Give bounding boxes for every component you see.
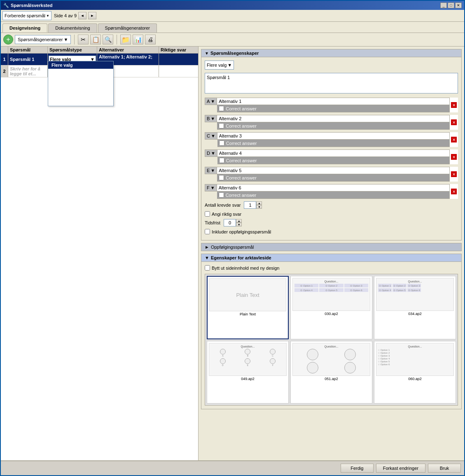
alt-a-arrow: ▼ [210, 99, 215, 104]
alt-f-text[interactable] [217, 184, 449, 191]
followup-checkbox[interactable] [205, 229, 210, 234]
row2-question[interactable]: Skriv her for å legge til et... [8, 65, 48, 77]
alt-f-delete[interactable]: ✕ [450, 184, 458, 199]
required-answers-spinner[interactable]: ▲ ▼ [244, 201, 262, 209]
time-limit-row: Tidsfrist ▲ ▼ [205, 219, 458, 226]
template-plain-text[interactable]: Plain Text Plain Text [207, 276, 289, 339]
add-button[interactable]: + [3, 35, 13, 44]
alt-d-text[interactable] [217, 150, 449, 157]
dropdown-item-likert[interactable]: Likert-skala [48, 84, 113, 91]
tab-generators[interactable]: Spørsmålsgeneratorer [98, 23, 157, 33]
followup-header[interactable]: ► Oppfølgingsspørsmål [201, 243, 462, 251]
template-030[interactable]: Question... ⊙ Option 1 ⊙ Option 2 ⊙ Opti… [290, 276, 372, 339]
alternative-row-b: B ▼ Correct answer ✕ [205, 115, 458, 130]
table-row: 1 Spørsmål 1 Flere valg ▼ Flere valg Ja/… [1, 54, 198, 65]
dropdown-item-jajnei[interactable]: Ja/nei [48, 69, 113, 76]
alt-d-delete[interactable]: ✕ [450, 149, 458, 164]
time-limit-spinner[interactable]: ▲ ▼ [224, 219, 242, 226]
question-text-area[interactable]: Spørsmål 1 [205, 73, 458, 93]
discard-button[interactable]: Forkast endringer [376, 464, 425, 473]
template-034[interactable]: Question... ⊙ Option 1 ⊙ Option 2 ⊙ Opti… [374, 276, 456, 339]
row1-correct [159, 54, 198, 65]
template-060[interactable]: Question... ○ Option 1 ○ Option 2 ○ Opti… [374, 341, 456, 404]
specify-correct-check[interactable] [205, 211, 210, 217]
time-limit-up[interactable]: ▲ [236, 219, 242, 223]
mode-dropdown[interactable]: Forberede spørsmål ▼ [2, 11, 51, 20]
alternatives-list: A ▼ Correct answer ✕ [205, 98, 458, 199]
dropdown-item-flerev[interactable]: Flere valg [48, 61, 113, 69]
dropdown-item-tekst[interactable]: Tekst [48, 98, 113, 106]
prev-page-button[interactable]: ◄ [78, 12, 86, 19]
print-button[interactable]: 🖨 [145, 35, 156, 44]
tab-document[interactable]: Dokumentvisning [48, 23, 97, 33]
cut-button[interactable]: ✂ [78, 35, 89, 44]
alt-f-correct-check[interactable] [219, 192, 224, 198]
mode-dropdown-arrow: ▼ [46, 14, 49, 18]
alt-c-content: Correct answer [217, 132, 450, 147]
alt-a-delete[interactable]: ✕ [450, 98, 458, 112]
row2-correct [159, 65, 198, 77]
generators-dropdown[interactable]: Spørsmålsgeneratorer ▼ [15, 35, 71, 44]
time-limit-input[interactable] [224, 219, 236, 226]
followup-section: ► Oppfølgingsspørsmål [201, 243, 462, 251]
maximize-button[interactable]: □ [448, 2, 454, 8]
alt-d-arrow: ▼ [211, 151, 215, 156]
alternative-row-f: F ▼ Correct answer ✕ [205, 184, 458, 199]
col-alternatives-header: Alternativer [97, 47, 159, 53]
replace-content-row: Bytt ut sideinnhold med ny design [205, 265, 458, 271]
alt-e-label[interactable]: E ▼ [205, 167, 217, 174]
time-limit-down[interactable]: ▼ [236, 223, 242, 226]
toolbar-row1: Forberede spørsmål ▼ Side 4 av 9 ◄ ► [1, 10, 464, 22]
alt-c-delete[interactable]: ✕ [450, 132, 458, 147]
dropdown-item-sorter[interactable]: Sorter rekkefølge [48, 76, 113, 84]
template-049[interactable]: Question... A B [207, 341, 289, 404]
export-button[interactable]: 📊 [133, 35, 143, 44]
copy-button[interactable]: 📋 [90, 35, 101, 44]
required-answers-down[interactable]: ▼ [256, 205, 262, 209]
question-type-select[interactable]: Flere valg ▼ [205, 61, 234, 70]
tab-design[interactable]: Designvisning [2, 23, 47, 33]
dropdown-item-tall[interactable]: Tall [48, 91, 113, 98]
alt-e-delete[interactable]: ✕ [450, 167, 458, 182]
alt-f-label[interactable]: F ▼ [205, 184, 217, 191]
required-answers-up[interactable]: ▲ [256, 201, 262, 205]
alt-d-correct-check[interactable] [219, 158, 224, 163]
titlebar: 🔧 Spørsmålsverksted _ □ ✕ [1, 1, 464, 10]
question-properties-header[interactable]: ▼ Spørsmålsegenskaper [201, 49, 462, 57]
alt-b-correct-check[interactable] [219, 123, 224, 128]
alt-f-check-row: Correct answer [217, 191, 449, 198]
folder-button[interactable]: 📁 [120, 35, 131, 44]
alt-c-text[interactable] [217, 133, 449, 140]
done-button[interactable]: Ferdig [341, 464, 374, 473]
alt-d-label[interactable]: D ▼ [205, 149, 217, 157]
alt-a-text[interactable] [217, 98, 449, 105]
alt-e-content: Correct answer [217, 167, 450, 182]
alt-c-label[interactable]: C ▼ [205, 132, 217, 140]
alt-b-delete[interactable]: ✕ [450, 115, 458, 130]
alt-a-label[interactable]: A ▼ [205, 98, 217, 105]
next-page-button[interactable]: ► [88, 12, 96, 19]
template-051[interactable]: Question... 051.ap2 [290, 341, 372, 404]
replace-content-check[interactable] [205, 265, 210, 271]
alt-c-arrow: ▼ [211, 133, 215, 138]
alt-e-correct-check[interactable] [219, 175, 224, 180]
template-plain-text-label: Plain Text [240, 312, 256, 316]
row1-type[interactable]: Flere valg ▼ Flere valg Ja/nei Sorter re… [48, 54, 97, 65]
slide-header[interactable]: ▼ Egenskaper for arktavleside [201, 254, 462, 262]
type-dropdown-menu: Flere valg Ja/nei Sorter rekkefølge Like… [48, 61, 114, 106]
find-button[interactable]: 🔍 [103, 35, 113, 44]
minimize-button[interactable]: _ [440, 2, 447, 8]
question-properties-content: Flere valg ▼ Spørsmål 1 A ▼ [201, 57, 462, 240]
alt-a-correct-check[interactable] [219, 106, 224, 111]
alt-a-check-row: Correct answer [217, 105, 449, 112]
alt-c-correct-check[interactable] [219, 140, 224, 146]
alt-b-label[interactable]: B ▼ [205, 115, 217, 122]
col-type-header: Spørsmålstype [48, 47, 97, 53]
apply-button[interactable]: Bruk [428, 464, 461, 473]
close-button[interactable]: ✕ [455, 2, 462, 8]
alt-b-text[interactable] [217, 115, 449, 122]
alt-e-text[interactable] [217, 167, 449, 174]
time-limit-spinner-btns: ▲ ▼ [236, 219, 242, 226]
required-answers-input[interactable] [244, 201, 256, 209]
alternative-row-a: A ▼ Correct answer ✕ [205, 98, 458, 112]
